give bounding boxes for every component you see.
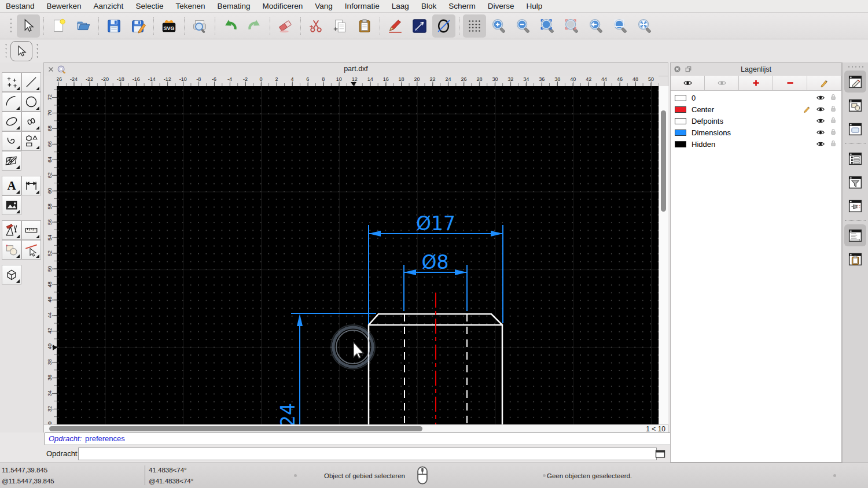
horizontal-scrollbar-thumb[interactable] <box>49 426 422 431</box>
layer-visibility-icon[interactable] <box>816 128 825 137</box>
vertical-scrollbar-thumb[interactable] <box>661 110 666 212</box>
toolbar-new-document-button[interactable] <box>47 14 71 38</box>
layer-visibility-icon[interactable] <box>816 139 825 149</box>
layer-lock-icon[interactable] <box>829 128 837 136</box>
menu-item-selectie[interactable]: Selectie <box>135 2 163 10</box>
toolbar-draw-ellipse-button[interactable] <box>432 14 455 38</box>
toolbar-zoom-out-button[interactable] <box>512 14 535 38</box>
dim8-label[interactable]: Ø8 <box>422 251 449 273</box>
dim24-label[interactable]: 24 <box>277 403 299 424</box>
toolbar-zoom-pan-button[interactable] <box>633 14 656 38</box>
toolbar-zoom-auto-button[interactable] <box>536 14 559 38</box>
toolbar-zoom-window-button[interactable] <box>609 14 632 38</box>
toolbar-save-button[interactable] <box>102 14 126 38</box>
toolbar-drag-handle[interactable] <box>5 43 8 59</box>
layer-lock-icon[interactable] <box>829 105 837 113</box>
add-layer-button[interactable] <box>739 76 773 91</box>
dock-layer-list-button[interactable] <box>844 71 866 93</box>
menu-item-scherm[interactable]: Scherm <box>448 2 476 10</box>
menu-item-bestand[interactable]: Bestand <box>6 2 35 10</box>
toolbar-redo-button[interactable] <box>243 14 266 38</box>
toolbar-draw-freehand-button[interactable] <box>384 14 407 38</box>
tool-box3d-button[interactable] <box>2 265 21 284</box>
tool-dimension-button[interactable] <box>21 176 41 195</box>
toolbar-cut-button[interactable] <box>304 14 328 38</box>
toolbar-drag-handle[interactable] <box>36 43 39 59</box>
menu-item-modificeren[interactable]: Modificeren <box>263 2 303 10</box>
layer-row-0[interactable]: 0 <box>671 92 841 103</box>
tool-hatch-button[interactable] <box>2 151 21 171</box>
layer-row-defpoints[interactable]: Defpoints <box>671 115 841 127</box>
horizontal-scrollbar[interactable]: 1 < 10 <box>44 424 668 433</box>
toolbar-drag-handle[interactable] <box>9 17 13 35</box>
menu-item-vang[interactable]: Vang <box>315 2 333 10</box>
menu-item-laag[interactable]: Laag <box>392 2 409 10</box>
tool-text-button[interactable]: A <box>2 176 21 195</box>
tool-ellipse-button[interactable] <box>2 112 21 131</box>
layer-visibility-icon[interactable] <box>816 116 825 125</box>
menu-item-diverse[interactable]: Diverse <box>488 2 514 10</box>
tool-polygon-button[interactable] <box>21 131 41 151</box>
dimension-17[interactable] <box>369 225 503 335</box>
dock-drag-handle[interactable] <box>847 65 863 68</box>
edit-layer-button[interactable] <box>807 76 841 91</box>
dock-entity-list-button[interactable] <box>844 147 866 169</box>
layer-visibility-icon[interactable] <box>816 105 825 114</box>
dock-clipboard-button[interactable] <box>844 248 866 270</box>
toolbar-zoom-in-button[interactable] <box>487 14 510 38</box>
drawing-canvas[interactable]: Ø17 Ø8 24 <box>57 86 659 424</box>
dock-library-browser-button[interactable] <box>844 118 866 140</box>
layer-lock-icon[interactable] <box>829 139 837 147</box>
toolbar-delete-button[interactable] <box>274 14 297 38</box>
tool-image-button[interactable] <box>2 195 21 215</box>
toolbar-zoom-previous-button[interactable] <box>560 14 583 38</box>
tool-snapselect-button[interactable] <box>21 240 41 260</box>
toolbar-grid-toggle-button[interactable] <box>463 14 486 38</box>
toolbar-copy-button[interactable] <box>329 14 352 38</box>
tool-arc-button[interactable] <box>2 92 21 112</box>
toolbar-export-svg-button[interactable]: SVG <box>157 14 181 38</box>
vertical-scrollbar[interactable] <box>659 86 668 424</box>
hide-all-layers-button[interactable] <box>705 76 739 91</box>
layer-edit-icon[interactable] <box>803 105 811 113</box>
toolbar-select-pointer-button[interactable] <box>17 14 40 38</box>
dim17-label[interactable]: Ø17 <box>416 212 455 235</box>
dock-command-widget-button[interactable] <box>844 224 866 246</box>
tool-spline-button[interactable] <box>21 112 41 131</box>
toolbar-zoom-back-button[interactable] <box>584 14 608 38</box>
toolbar-save-as-button[interactable] <box>127 14 150 38</box>
tool-points-button[interactable] <box>2 72 21 92</box>
tool-circle-button[interactable] <box>21 92 41 112</box>
layer-row-dimensions[interactable]: Dimensions <box>671 127 841 138</box>
tool-polyline-button[interactable] <box>2 131 21 151</box>
menu-item-bewerken[interactable]: Bewerken <box>47 2 82 10</box>
tool-modify-button[interactable] <box>2 240 21 260</box>
toolbar-paste-button[interactable] <box>353 14 376 38</box>
menu-item-bemating[interactable]: Bemating <box>217 2 250 10</box>
layer-row-hidden[interactable]: Hidden <box>671 138 841 150</box>
menu-item-blok[interactable]: Blok <box>421 2 436 10</box>
toolbar-draw-line-button[interactable] <box>408 14 431 38</box>
tool-cadtools-button[interactable] <box>2 220 21 240</box>
menu-item-informatie[interactable]: Informatie <box>345 2 380 10</box>
menu-item-hulp[interactable]: Hulp <box>526 2 542 10</box>
remove-layer-button[interactable] <box>773 76 807 91</box>
tool-options-pointer-button[interactable] <box>10 41 32 61</box>
toolbar-undo-button[interactable] <box>219 14 242 38</box>
command-detach-button[interactable] <box>654 448 666 460</box>
menu-item-tekenen[interactable]: Tekenen <box>175 2 205 10</box>
layer-lock-icon[interactable] <box>829 93 837 101</box>
command-input[interactable] <box>78 448 657 460</box>
menu-item-aanzicht[interactable]: Aanzicht <box>94 2 124 10</box>
show-all-layers-button[interactable] <box>671 76 705 91</box>
tool-measure-button[interactable] <box>21 220 41 240</box>
layer-lock-icon[interactable] <box>829 116 837 124</box>
layer-row-center[interactable]: Center <box>671 103 841 115</box>
tool-line-button[interactable] <box>21 72 41 92</box>
dock-plugins-button[interactable] <box>844 195 866 217</box>
toolbar-print-preview-button[interactable] <box>188 14 211 38</box>
dock-block-list-button[interactable] <box>844 94 866 116</box>
layer-visibility-icon[interactable] <box>816 93 825 102</box>
toolbar-open-file-button[interactable] <box>72 14 95 38</box>
dock-selection-filter-button[interactable] <box>844 171 866 193</box>
